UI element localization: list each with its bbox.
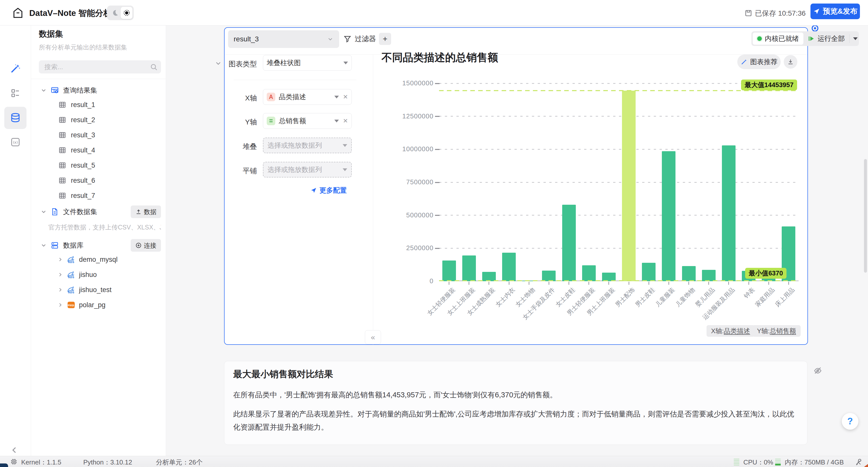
result-item-result_4[interactable]: result_4 <box>31 144 166 157</box>
caret-down-icon <box>343 62 348 64</box>
svg-text:RDS: RDS <box>68 276 74 279</box>
server-icon <box>51 241 59 250</box>
memory-usage: 内存：750MB / 4GB <box>785 458 844 467</box>
scrollbar-thumb[interactable] <box>864 159 867 273</box>
result-item-result_1[interactable]: result_1 <box>31 98 166 111</box>
help-button[interactable]: ? <box>842 413 859 430</box>
result-item-result_6[interactable]: result_6 <box>31 174 166 187</box>
caret-down-icon <box>334 120 339 122</box>
filter-icon <box>343 35 352 43</box>
x-tick <box>448 282 450 285</box>
gridline-12500000 <box>439 116 799 117</box>
download-chart-button[interactable] <box>784 55 797 69</box>
y-tick-label: 5000000 <box>380 211 434 219</box>
publish-button[interactable]: 预览&发布 <box>810 3 860 19</box>
collapse-config-button[interactable]: « <box>365 330 381 344</box>
gridline-5000000 <box>439 215 799 215</box>
stack-label: 堆叠 <box>226 142 257 151</box>
cell-collapse-chevron-icon[interactable] <box>215 60 222 67</box>
clear-x-axis-icon[interactable]: ✕ <box>343 93 348 100</box>
sidebar-subtitle: 所有分析单元输出的结果数据集 <box>39 43 127 52</box>
moon-icon[interactable] <box>110 7 121 19</box>
file-datasets-description: 官方托管数据，支持上传CSV、XLSX、JS <box>49 223 161 232</box>
svg-text:RDS: RDS <box>68 261 74 264</box>
search-icon <box>150 63 158 71</box>
x-tick <box>768 282 769 285</box>
y-axis-footer-badge[interactable]: Y轴: 总销售额 <box>752 325 801 337</box>
home-icon[interactable] <box>11 6 25 20</box>
kernel-ready-dot <box>757 36 762 41</box>
y-axis-field[interactable]: 总销售额 ✕ <box>263 113 352 129</box>
rail-item-formula[interactable]: (x) <box>4 131 27 153</box>
tools-icon[interactable] <box>855 458 863 466</box>
collapse-rail-button[interactable] <box>9 445 20 455</box>
db-connection-demo_mysql[interactable]: RDSdemo_mysql <box>31 253 166 266</box>
svg-text:RDS: RDS <box>68 291 74 294</box>
theme-toggle[interactable] <box>107 5 134 20</box>
x-axis-footer-badge[interactable]: X轴: 品类描述 <box>707 325 755 337</box>
db-connection-polar_pg[interactable]: PSQLpolar_pg <box>31 298 166 312</box>
db-connection-jishuo[interactable]: RDSjishuo <box>31 268 166 281</box>
icon-rail: (x) <box>0 26 31 456</box>
sun-icon[interactable] <box>121 7 132 19</box>
chevron-down-icon <box>327 36 334 42</box>
plus-circle-icon <box>135 242 142 249</box>
table-icon <box>58 161 66 169</box>
kernel-status: 内核已就绪 <box>753 33 803 45</box>
python-version: Python：3.10.12 <box>83 458 132 467</box>
min-value-badge: 最小值6370 <box>745 268 786 279</box>
table-icon <box>58 146 66 154</box>
section-query-results[interactable]: 查询结果集 <box>31 84 166 97</box>
visibility-toggle-icon[interactable] <box>813 366 823 375</box>
upload-data-button[interactable]: 数据 <box>131 205 161 218</box>
rail-item-outline[interactable] <box>4 82 27 104</box>
file-icon <box>51 207 59 216</box>
x-tick <box>688 282 689 285</box>
x-axis-label: X轴 <box>226 93 257 103</box>
add-filter-button[interactable]: + <box>379 33 391 45</box>
svg-text:PSQL: PSQL <box>68 304 74 307</box>
chart-recommend-button[interactable]: 图表推荐 <box>737 55 781 69</box>
bar-chart-plot: 女士轻便服装女士上班服装女士成熟服装女士内衣女士饰物女士手袋及皮件女士皮鞋男士轻… <box>439 83 799 281</box>
result-item-result_5[interactable]: result_5 <box>31 159 166 172</box>
connect-database-button[interactable]: 连接 <box>131 239 161 252</box>
chart-type-select[interactable]: 堆叠柱状图 <box>263 55 352 71</box>
toolbar-divider <box>224 54 807 55</box>
chevron-left-icon <box>9 445 20 455</box>
run-all-button[interactable]: 运行全部 <box>807 34 845 43</box>
gridline-10000000 <box>439 149 799 150</box>
x-axis-field[interactable]: A 品类描述 ✕ <box>263 89 352 105</box>
more-config-link[interactable]: 更多配置 <box>310 186 347 195</box>
chevron-right-icon <box>57 287 63 293</box>
tile-drop-field[interactable]: 选择或拖放数据列 <box>263 162 352 177</box>
dataset-selector[interactable]: result_3 <box>228 30 339 48</box>
bar-儿童饰物 <box>682 266 696 281</box>
search-input[interactable] <box>39 60 161 74</box>
send-icon <box>310 187 317 194</box>
upload-icon <box>135 208 142 215</box>
clear-y-axis-icon[interactable]: ✕ <box>343 117 348 124</box>
db-connection-jishuo_test[interactable]: RDSjishuo_test <box>31 283 166 296</box>
x-tick <box>549 282 549 285</box>
result-item-result_7[interactable]: result_7 <box>31 189 166 202</box>
stack-drop-field[interactable]: 选择或拖放数据列 <box>263 138 352 153</box>
rail-item-datasets[interactable] <box>4 107 27 129</box>
result-item-result_2[interactable]: result_2 <box>31 113 166 126</box>
x-tick <box>788 282 789 285</box>
download-icon <box>787 58 794 65</box>
bar-女士成熟服装 <box>482 272 496 281</box>
caret-down-icon <box>334 96 339 98</box>
svg-text:(x): (x) <box>13 140 18 144</box>
analysis-units: 分析单元：26个 <box>156 458 203 467</box>
save-icon <box>744 9 752 17</box>
caret-down-icon <box>343 144 347 147</box>
run-options-caret[interactable] <box>853 37 858 40</box>
bar-运动服装及用品 <box>722 145 736 281</box>
y-tick-label: 15000000 <box>380 79 434 87</box>
result-item-result_3[interactable]: result_3 <box>31 128 166 142</box>
rail-item-ai[interactable] <box>4 57 27 80</box>
y-tick-label: 12500000 <box>380 112 434 120</box>
x-tick <box>628 282 629 285</box>
x-tick <box>649 282 649 285</box>
y-tick <box>435 83 439 84</box>
